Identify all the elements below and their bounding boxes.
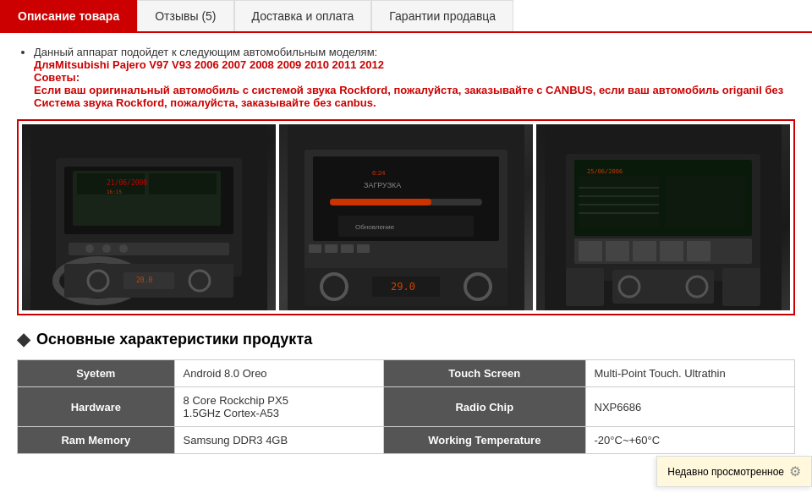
table-row: Syetem Android 8.0 Oreo Touch Screen Mul… [18, 360, 795, 387]
svg-text:16:15: 16:15 [107, 189, 122, 194]
main-content: Данный аппарат подойдет к следующим авто… [0, 33, 812, 467]
svg-text:21/06/2009: 21/06/2009 [107, 179, 147, 187]
tab-reviews[interactable]: Отзывы (5) [137, 0, 233, 31]
bullet-icon: ◆ [17, 329, 30, 349]
svg-text:6:24: 6:24 [372, 169, 386, 177]
tab-warranty[interactable]: Гарантии продавца [371, 0, 513, 31]
svg-rect-28 [309, 244, 321, 253]
car-image-3: 25/06/2006 [536, 124, 790, 310]
tip2-text: Система звука Rockford, пожалуйста, зака… [34, 96, 376, 109]
svg-rect-51 [660, 241, 683, 261]
svg-rect-49 [606, 241, 629, 261]
svg-rect-55 [612, 270, 714, 304]
car-images-row: 21/06/2009 16:15 20.0 ЗАГРУЗКА 6:24 [17, 119, 795, 315]
table-row: Ram Memory Samsung DDR3 4GB Working Temp… [18, 427, 795, 454]
svg-rect-53 [566, 268, 604, 306]
intro-section: Данный аппарат подойдет к следующим авто… [17, 46, 795, 109]
svg-rect-29 [325, 244, 337, 253]
svg-rect-52 [687, 241, 710, 261]
svg-text:25/06/2006: 25/06/2006 [587, 168, 623, 175]
spec-value-system: Android 8.0 Oreo [174, 360, 383, 387]
specs-heading-text: Основные характеристики продукта [36, 331, 312, 348]
car-image-1: 21/06/2009 16:15 20.0 [22, 124, 276, 310]
svg-rect-50 [633, 241, 656, 261]
specs-heading: ◆ Основные характеристики продукта [17, 329, 795, 349]
settings-icon: ⚙ [789, 463, 801, 467]
tab-bar: Описание товара Отзывы (5) Доставка и оп… [0, 0, 812, 33]
spec-label-hardware: Hardware [18, 387, 175, 427]
tip1-text: Если ваш оригинальный автомобиль с систе… [34, 84, 783, 96]
svg-rect-48 [579, 241, 602, 261]
tab-description[interactable]: Описание товара [0, 0, 137, 31]
spec-value-workingtemp: -20°C~+60°C [585, 427, 795, 454]
spec-value-ram: Samsung DDR3 4GB [174, 427, 383, 454]
svg-point-8 [102, 244, 111, 253]
car-models: ДляMitsubishi Pajero V97 V93 2006 2007 2… [34, 58, 384, 71]
svg-text:20.0: 20.0 [136, 277, 152, 284]
svg-rect-30 [341, 244, 354, 253]
intro-text: Данный аппарат подойдет к следующим авто… [34, 46, 377, 58]
spec-label-system: Syetem [18, 360, 175, 387]
svg-rect-5 [149, 173, 217, 194]
svg-rect-41 [579, 177, 659, 227]
spec-label-touchscreen: Touch Screen [384, 360, 585, 387]
svg-rect-54 [722, 268, 760, 306]
svg-text:Обновление: Обновление [355, 223, 395, 231]
spec-value-radiochip: NXP6686 [585, 387, 795, 427]
spec-label-ram: Ram Memory [18, 427, 175, 454]
svg-rect-25 [330, 199, 431, 205]
recently-viewed-label: Недавно просмотренное [667, 466, 784, 468]
table-row: Hardware 8 Core Rockchip PX5 1.5GHz Cort… [18, 387, 795, 427]
tips-label: Советы: [34, 71, 80, 84]
spec-value-hardware: 8 Core Rockchip PX5 1.5GHz Cortex-A53 [174, 387, 383, 427]
svg-text:29.0: 29.0 [391, 281, 415, 293]
spec-label-radiochip: Radio Chip [384, 387, 585, 427]
spec-value-touchscreen: Multi-Point Touch. Ultrathin [585, 360, 795, 387]
svg-rect-42 [665, 177, 745, 227]
svg-point-9 [119, 244, 128, 253]
svg-text:ЗАГРУЗКА: ЗАГРУЗКА [364, 181, 401, 189]
svg-rect-31 [357, 244, 370, 253]
svg-point-7 [85, 244, 94, 253]
car-image-2: ЗАГРУЗКА 6:24 Обновление 29.0 [279, 124, 533, 310]
recently-viewed-panel[interactable]: Недавно просмотренное ⚙ [656, 456, 812, 467]
tab-delivery[interactable]: Доставка и оплата [234, 0, 372, 31]
specs-table: Syetem Android 8.0 Oreo Touch Screen Mul… [17, 359, 795, 454]
spec-label-workingtemp: Working Temperature [384, 427, 585, 454]
